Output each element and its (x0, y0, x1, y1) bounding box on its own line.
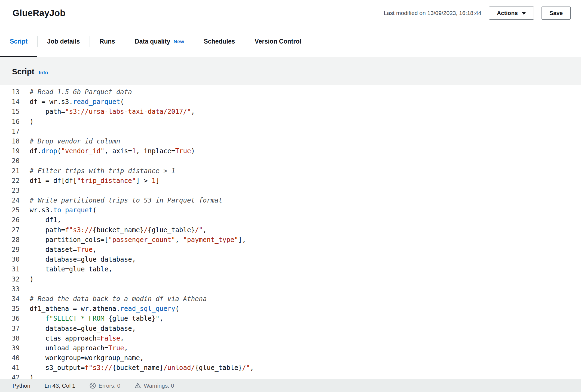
code-line[interactable]: 18# Drop vendor_id column (0, 136, 581, 146)
code-line[interactable]: 14df = wr.s3.read_parquet( (0, 97, 581, 107)
line-number: 40 (0, 353, 20, 363)
code-line[interactable]: 42) (0, 373, 581, 379)
code-text (20, 284, 30, 294)
line-number: 37 (0, 324, 20, 333)
code-line[interactable]: 31 table=glue_table, (0, 264, 581, 274)
line-number: 22 (0, 176, 20, 186)
code-text: workgroup=workgroup_name, (20, 353, 144, 363)
line-number: 14 (0, 97, 20, 107)
code-text: # Write partitioned trips to S3 in Parqu… (20, 195, 222, 205)
line-number: 34 (0, 294, 20, 304)
code-line[interactable]: 41 s3_output=f"s3://{bucket_name}/unload… (0, 363, 581, 373)
line-number: 41 (0, 363, 20, 373)
code-line[interactable]: 27 path=f"s3://{bucket_name}/{glue_table… (0, 225, 581, 235)
actions-button[interactable]: Actions (489, 7, 534, 20)
code-line[interactable]: 22df1 = df[df["trip_distance"] > 1] (0, 176, 581, 186)
glue-job-editor-page: GlueRayJob Last modified on 13/09/2023, … (0, 0, 581, 392)
warning-triangle-icon (134, 382, 141, 389)
code-text: partition_cols=["passenger_count", "paym… (20, 235, 246, 245)
line-number: 17 (0, 127, 20, 136)
line-number: 42 (0, 373, 20, 379)
code-line[interactable]: 30 database=glue_database, (0, 255, 581, 264)
code-text: database=glue_database, (20, 324, 136, 333)
code-line[interactable]: 15 path="s3://ursa-labs-taxi-data/2017/"… (0, 107, 581, 117)
code-line[interactable]: 32) (0, 274, 581, 284)
warnings-text: Warnings: 0 (144, 382, 174, 389)
header-actions: Last modified on 13/09/2023, 16:18:44 Ac… (384, 7, 571, 20)
code-line[interactable]: 21# Filter trips with trip distance > 1 (0, 166, 581, 176)
line-number: 13 (0, 87, 20, 97)
tab-runs[interactable]: Runs (90, 26, 125, 57)
line-number: 15 (0, 107, 20, 117)
code-lines: 13# Read 1.5 Gb Parquet data14df = wr.s3… (0, 87, 581, 379)
code-text: df1 = df[df["trip_distance"] > 1] (20, 176, 160, 186)
tab-version-control[interactable]: Version Control (245, 26, 311, 57)
line-number: 18 (0, 136, 20, 146)
script-panel-header: Script Info (0, 57, 581, 85)
code-line[interactable]: 33 (0, 284, 581, 294)
code-text: # Filter trips with trip distance > 1 (20, 166, 175, 176)
save-button[interactable]: Save (542, 7, 571, 20)
tab-script[interactable]: Script (0, 26, 37, 57)
code-line[interactable]: 39 unload_approach=True, (0, 343, 581, 353)
code-text (20, 127, 30, 136)
code-line[interactable]: 25wr.s3.to_parquet( (0, 205, 581, 215)
error-circle-icon (90, 382, 96, 389)
caret-down-icon (522, 12, 526, 15)
code-text: s3_output=f"s3://{bucket_name}/unload/{g… (20, 363, 254, 373)
app-header: GlueRayJob Last modified on 13/09/2023, … (0, 0, 581, 26)
line-number: 24 (0, 195, 20, 205)
code-text: table=glue_table, (20, 264, 112, 274)
code-line[interactable]: 40 workgroup=workgroup_name, (0, 353, 581, 363)
actions-button-label: Actions (497, 10, 518, 16)
code-line[interactable]: 13# Read 1.5 Gb Parquet data (0, 87, 581, 97)
code-line[interactable]: 36 f"SELECT * FROM {glue_table}", (0, 314, 581, 323)
line-number: 30 (0, 255, 20, 264)
code-text: ) (20, 274, 33, 284)
tab-label: Job details (47, 38, 80, 45)
code-text: # Drop vendor_id column (20, 136, 120, 146)
code-text: df1_athena = wr.athena.read_sql_query( (20, 304, 179, 314)
code-line[interactable]: 35df1_athena = wr.athena.read_sql_query( (0, 304, 581, 314)
line-number: 35 (0, 304, 20, 314)
code-text: unload_approach=True, (20, 343, 128, 353)
tab-schedules[interactable]: Schedules (194, 26, 245, 57)
code-text: ctas_approach=False, (20, 333, 124, 343)
code-line[interactable]: 24# Write partitioned trips to S3 in Par… (0, 195, 581, 205)
code-line[interactable]: 29 dataset=True, (0, 245, 581, 255)
tab-label: Data quality (135, 38, 170, 45)
errors-text: Errors: 0 (99, 382, 121, 389)
warnings-indicator: Warnings: 0 (134, 382, 174, 389)
code-text: path=f"s3://{bucket_name}/{glue_table}/"… (20, 225, 207, 235)
line-number: 26 (0, 215, 20, 225)
code-line[interactable]: 16) (0, 117, 581, 127)
tab-new-badge: New (173, 39, 184, 45)
line-number: 33 (0, 284, 20, 294)
tab-data-quality[interactable]: Data qualityNew (125, 26, 194, 57)
code-text: # Read the data back to a modin df via A… (20, 294, 207, 304)
code-text: wr.s3.to_parquet( (20, 205, 97, 215)
line-number: 38 (0, 333, 20, 343)
code-text: path="s3://ursa-labs-taxi-data/2017/", (20, 107, 195, 117)
code-line[interactable]: 34# Read the data back to a modin df via… (0, 294, 581, 304)
code-line[interactable]: 38 ctas_approach=False, (0, 333, 581, 343)
line-number: 29 (0, 245, 20, 255)
code-line[interactable]: 37 database=glue_database, (0, 324, 581, 333)
tab-job-details[interactable]: Job details (37, 26, 90, 57)
code-line[interactable]: 26 df1, (0, 215, 581, 225)
code-line[interactable]: 28 partition_cols=["passenger_count", "p… (0, 235, 581, 245)
code-text: df1, (20, 215, 61, 225)
code-line[interactable]: 19df.drop("vendor_id", axis=1, inplace=T… (0, 146, 581, 156)
info-link[interactable]: Info (39, 70, 48, 76)
line-number: 32 (0, 274, 20, 284)
code-editor[interactable]: 13# Read 1.5 Gb Parquet data14df = wr.s3… (0, 85, 581, 379)
code-line[interactable]: 23 (0, 186, 581, 195)
code-line[interactable]: 20 (0, 156, 581, 166)
line-number: 21 (0, 166, 20, 176)
code-text: # Read 1.5 Gb Parquet data (20, 87, 132, 97)
code-text (20, 156, 30, 166)
code-text: ) (20, 117, 33, 127)
last-modified-text: Last modified on 13/09/2023, 16:18:44 (384, 10, 481, 16)
line-number: 27 (0, 225, 20, 235)
code-line[interactable]: 17 (0, 127, 581, 136)
